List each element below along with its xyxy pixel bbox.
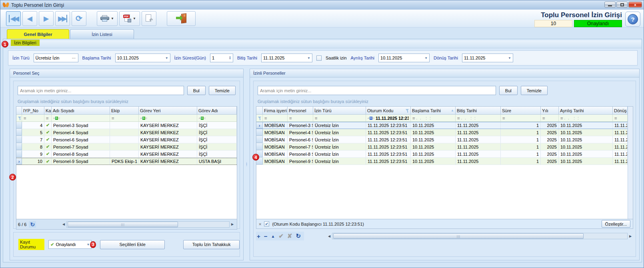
equals-filter-icon[interactable]: =: [614, 116, 617, 121]
filter-funnel-icon[interactable]: [18, 116, 20, 120]
baslama-tarihi-field[interactable]: 10.11.2025 ▼: [115, 54, 170, 62]
post-edit-icon[interactable]: ✔: [278, 232, 284, 240]
toplu-izin-tahakkuk-button[interactable]: Toplu İzin Tahakkuk: [183, 240, 240, 249]
table-row[interactable]: MOBİSANPersonel-7 SÜcretsiz İzin11.11.20…: [256, 143, 628, 151]
col-yili[interactable]: Yılı: [541, 107, 559, 115]
equals-filter-icon[interactable]: =: [560, 116, 563, 121]
abc-filter-icon[interactable]: ABC: [199, 117, 206, 120]
col-gorev-yeri[interactable]: Görev Yeri: [139, 107, 197, 115]
col-iyp-no[interactable]: IYP_No: [22, 107, 44, 115]
col-ekip[interactable]: Ekip: [110, 107, 139, 115]
abc-filter-icon[interactable]: ABC: [140, 117, 147, 120]
col-baslama-tarihi[interactable]: Başlama Tarihi▲: [411, 107, 456, 115]
help-button[interactable]: ?: [625, 12, 640, 27]
col-bitis-tarihi[interactable]: Bitiş Tarihi: [456, 107, 501, 115]
refresh-button[interactable]: ⟳: [72, 11, 86, 26]
col-firma-isyeri[interactable]: Firma işyeri: [263, 107, 288, 115]
equals-filter-icon[interactable]: =: [542, 116, 545, 121]
table-row[interactable]: 4✔Personel-3 SoyadKAYSERİ MERKEZİŞÇİ: [16, 122, 237, 129]
izin-turu-ellipsis-icon[interactable]: ⋯: [72, 56, 76, 60]
row-indicator[interactable]: [16, 143, 22, 150]
right-search-input[interactable]: Aramak için metin giriniz...: [258, 86, 496, 95]
table-row[interactable]: MOBİSANPersonel-6 SÜcretsiz İzin11.11.20…: [256, 136, 628, 143]
page-setup-button[interactable]: [142, 11, 156, 26]
row-indicator[interactable]: ›: [256, 122, 263, 129]
next-record-button[interactable]: ▶: [39, 11, 54, 26]
izin-suresi-field[interactable]: 1 ▲▼: [210, 54, 233, 62]
izin-suresi-spinner[interactable]: ▲▼: [229, 56, 231, 60]
col-oturum-kodu[interactable]: Oturum Kodu: [366, 107, 411, 115]
table-row[interactable]: ›MOBİSANPersonel-3 SÜcretsiz İzin11.11.2…: [256, 122, 628, 129]
close-button[interactable]: x: [628, 2, 642, 8]
saatlik-izin-checkbox[interactable]: [316, 56, 322, 61]
equals-filter-icon[interactable]: =: [289, 116, 292, 121]
last-record-button[interactable]: ▶▶: [55, 11, 70, 26]
col-sure[interactable]: Süre: [501, 107, 541, 115]
filter-enabled-checkbox[interactable]: ✔: [264, 221, 269, 226]
filter-funnel-icon[interactable]: [258, 116, 261, 120]
table-row[interactable]: MOBİSANPersonel-9 SÜcretsiz İzin11.11.20…: [256, 158, 628, 165]
secilileri-ekle-button[interactable]: Seçilileri Ekle: [100, 240, 165, 249]
equals-filter-icon[interactable]: =: [412, 116, 415, 121]
table-row[interactable]: 8✔Personel-7 SoyadKAYSERİ MERKEZİŞÇİ: [16, 143, 237, 151]
row-indicator[interactable]: ›: [16, 158, 22, 165]
row-indicator[interactable]: [16, 129, 22, 136]
scrollbar-thumb[interactable]: |||: [68, 222, 178, 227]
equals-filter-icon[interactable]: =: [264, 116, 267, 121]
export-pdf-button[interactable]: PDF ▼: [119, 11, 140, 26]
izin-turu-field[interactable]: Ücretsiz İzin ⋯: [34, 54, 78, 62]
scrollbar-thumb[interactable]: |||: [333, 233, 584, 239]
exit-button[interactable]: ⠿: [167, 11, 196, 26]
minimize-button[interactable]: [604, 2, 616, 8]
baslama-dropdown-icon[interactable]: ▼: [165, 56, 168, 60]
table-row[interactable]: 7✔Personel-6 SoyadKAYSERİ MERKEZİŞÇİ: [16, 136, 237, 143]
grid-refresh-icon[interactable]: ↻: [29, 221, 36, 228]
right-grid-filter-row[interactable]: = = = ABC11.11.2025 12:23:51 =. . : : =.…: [256, 115, 628, 122]
equals-filter-icon[interactable]: =: [24, 116, 26, 121]
left-horizontal-scrollbar[interactable]: ◀ ||| ▶: [61, 221, 235, 228]
col-personel[interactable]: Personel: [288, 107, 313, 115]
cancel-edit-icon[interactable]: ✘: [287, 232, 292, 240]
table-row[interactable]: 9✔Personel-8 SoyadKAYSERİ MERKEZİŞÇİ: [16, 151, 237, 158]
equals-filter-icon[interactable]: =: [502, 116, 505, 121]
right-grid-header[interactable]: Firma işyeri Personel İzin Türü Oturum K…: [256, 107, 628, 115]
panel-splitter[interactable]: ⁞⁞: [244, 69, 250, 260]
tab-izin-listesi[interactable]: İzin Listesi: [70, 29, 134, 39]
row-indicator[interactable]: [256, 129, 263, 136]
equals-filter-icon[interactable]: =: [315, 116, 317, 121]
append-row-icon[interactable]: +: [257, 233, 260, 240]
ayrilis-tarihi-field[interactable]: 10.11.2025 ▼: [378, 54, 430, 62]
donus-dropdown-icon[interactable]: ▼: [508, 56, 511, 60]
row-indicator[interactable]: [256, 143, 263, 150]
refresh-rows-icon[interactable]: ↻: [296, 232, 301, 240]
table-row[interactable]: MOBİSANPersonel-4 SÜcretsiz İzin11.11.20…: [256, 129, 628, 136]
print-button[interactable]: ▼: [97, 11, 118, 26]
row-indicator[interactable]: [16, 136, 22, 143]
bitis-tarihi-field[interactable]: 11.11.2025 ▼: [261, 54, 312, 62]
abc-filter-icon[interactable]: ABC: [53, 117, 60, 120]
left-find-button[interactable]: Bul: [187, 86, 206, 95]
customize-filter-button[interactable]: Özelleştir...: [602, 220, 630, 228]
col-adi-soyadi[interactable]: Adı Soyadı: [52, 107, 110, 115]
left-search-input[interactable]: Aramak için metin giriniz...: [18, 86, 184, 95]
equals-filter-icon[interactable]: =: [46, 116, 48, 121]
maximize-button[interactable]: [616, 2, 628, 8]
col-gorev-adi[interactable]: Görev Adı: [197, 107, 237, 115]
table-row[interactable]: 5✔Personel-4 SoyadKAYSERİ MERKEZİŞÇİ: [16, 129, 237, 136]
scroll-left-icon[interactable]: ◀: [61, 222, 66, 226]
right-find-button[interactable]: Bul: [499, 86, 518, 95]
scroll-left-icon[interactable]: ◀: [326, 234, 332, 238]
equals-filter-icon[interactable]: =: [112, 116, 114, 121]
delete-row-icon[interactable]: −: [264, 233, 268, 240]
bitis-dropdown-icon[interactable]: ▼: [307, 56, 310, 60]
donus-tarihi-field[interactable]: 11.11.2025 ▼: [462, 54, 513, 62]
edit-row-icon[interactable]: ▲: [271, 234, 275, 238]
col-kay[interactable]: Kay: [44, 107, 52, 115]
kayit-durumu-combo[interactable]: ✔ Onaylandı ▼: [48, 240, 92, 249]
right-vertical-scrollbar[interactable]: [628, 107, 633, 219]
remove-filter-icon[interactable]: ×: [259, 222, 261, 226]
scroll-right-icon[interactable]: ▶: [230, 222, 235, 226]
previous-record-button[interactable]: ◀: [22, 11, 37, 26]
row-indicator[interactable]: [16, 151, 22, 157]
col-donus[interactable]: Dönüş: [613, 107, 628, 115]
